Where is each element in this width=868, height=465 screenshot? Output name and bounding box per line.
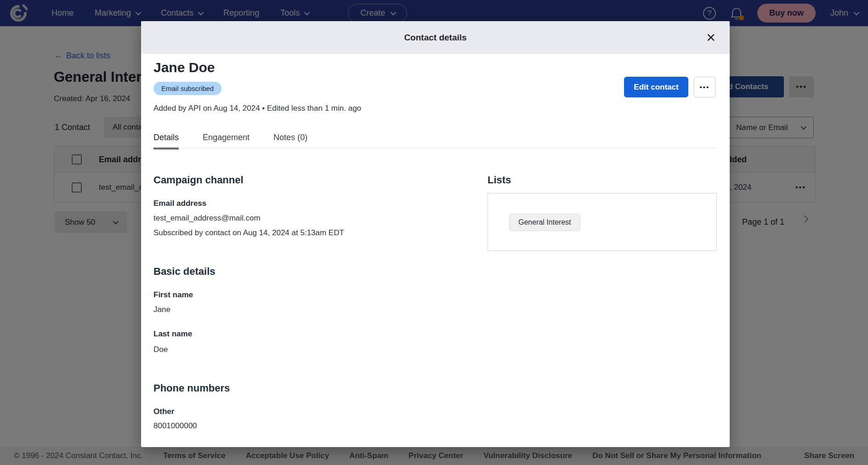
- email-address-label: Email address: [153, 199, 206, 208]
- email-address-value: test_email_address@mail.com: [153, 214, 261, 223]
- last-name-value: Doe: [153, 345, 168, 354]
- lists-box: General Interest: [488, 193, 717, 251]
- first-name-label: First name: [153, 290, 193, 300]
- modal-more-actions-button[interactable]: •••: [694, 77, 715, 97]
- last-name-label: Last name: [153, 329, 192, 339]
- phone-other-label: Other: [153, 407, 174, 416]
- list-chip[interactable]: General Interest: [509, 214, 580, 231]
- modal-title: Contact details: [404, 33, 466, 43]
- lists-heading: Lists: [488, 174, 511, 186]
- phone-numbers-heading: Phone numbers: [153, 382, 230, 394]
- contact-name: Jane Doe: [153, 60, 215, 75]
- contact-details-modal: Contact details ✕ Jane Doe Email subscri…: [141, 21, 730, 447]
- campaign-channel-heading: Campaign channel: [153, 174, 244, 186]
- edit-contact-button[interactable]: Edit contact: [624, 77, 688, 97]
- phone-other-value: 8001000000: [153, 421, 197, 431]
- app-root: Home Marketing Contacts Reporting Tools …: [0, 0, 868, 465]
- tab-notes[interactable]: Notes (0): [273, 133, 307, 149]
- tab-details[interactable]: Details: [153, 133, 179, 149]
- modal-header: Contact details ✕: [141, 21, 730, 54]
- tab-engagement[interactable]: Engagement: [203, 133, 250, 149]
- close-icon[interactable]: ✕: [706, 32, 716, 44]
- tab-divider: [153, 148, 717, 148]
- status-badge: Email subscribed: [153, 82, 221, 95]
- first-name-value: Jane: [153, 305, 170, 314]
- subscribed-info: Subscribed by contact on Aug 14, 2024 at…: [153, 228, 344, 238]
- contact-meta: Added by API on Aug 14, 2024 • Edited le…: [153, 104, 361, 113]
- basic-details-heading: Basic details: [153, 266, 216, 278]
- modal-tabs: Details Engagement Notes (0): [153, 133, 307, 149]
